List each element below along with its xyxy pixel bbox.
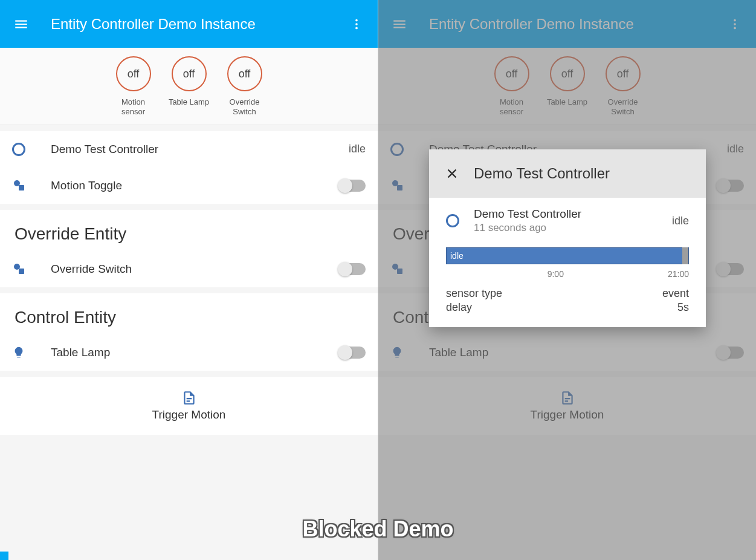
- trigger-motion-script[interactable]: Trigger Motion: [0, 377, 378, 435]
- status-card: Demo Test Controller idle Motion Toggle: [0, 131, 378, 204]
- circle-outline-icon: [12, 143, 41, 156]
- override-switch-toggle[interactable]: [339, 263, 366, 275]
- input-boolean-icon: [12, 178, 41, 193]
- svg-rect-6: [19, 269, 24, 274]
- table-lamp-toggle[interactable]: [339, 347, 366, 359]
- close-icon[interactable]: [444, 165, 460, 182]
- attr-value: 5s: [677, 301, 689, 314]
- dialog-header: Demo Test Controller: [429, 149, 706, 198]
- control-card-title: Control Entity: [0, 293, 378, 334]
- badge-table-lamp[interactable]: off Table Lamp: [168, 56, 210, 117]
- entity-dialog: Demo Test Controller Demo Test Controlle…: [429, 149, 706, 327]
- corner-marker: [0, 552, 8, 560]
- badge-label: Override Switch: [224, 97, 266, 117]
- badge-state: off: [227, 56, 262, 91]
- motion-toggle-label: Motion Toggle: [41, 179, 339, 192]
- svg-point-1: [355, 23, 358, 25]
- menu-icon[interactable]: [13, 16, 29, 32]
- motion-toggle-switch[interactable]: [339, 180, 366, 192]
- motion-toggle-row: Motion Toggle: [0, 168, 378, 204]
- circle-outline-icon: [446, 214, 474, 227]
- history-tick: 9:00: [548, 269, 564, 279]
- svg-rect-4: [19, 185, 24, 190]
- dialog-entity-state: idle: [672, 215, 689, 227]
- override-switch-label: Override Switch: [41, 262, 339, 276]
- attr-value: event: [662, 287, 689, 300]
- badge-motion-sensor[interactable]: off Motion sensor: [112, 56, 155, 117]
- svg-point-0: [355, 19, 358, 21]
- lightbulb-icon: [12, 346, 41, 359]
- table-lamp-row: Table Lamp: [0, 334, 378, 371]
- controller-name: Demo Test Controller: [41, 143, 349, 156]
- attr-label: sensor type: [446, 287, 502, 300]
- badge-label: Motion sensor: [112, 97, 155, 117]
- script-icon: [181, 390, 197, 406]
- badges-card: off Motion sensor off Table Lamp off Ove…: [0, 48, 378, 125]
- history-tick: 21:00: [668, 269, 689, 279]
- dialog-entity-row: Demo Test Controller 11 seconds ago idle: [446, 207, 689, 234]
- control-card: Control Entity Table Lamp: [0, 293, 378, 371]
- override-switch-row: Override Switch: [0, 251, 378, 287]
- controller-row[interactable]: Demo Test Controller idle: [0, 131, 378, 168]
- history-bar: idle: [446, 247, 689, 264]
- left-pane: Entity Controller Demo Instance off Moti…: [0, 0, 378, 560]
- badge-override-switch[interactable]: off Override Switch: [224, 56, 266, 117]
- input-boolean-icon: [12, 262, 41, 276]
- app-header: Entity Controller Demo Instance: [0, 0, 378, 48]
- attr-row-sensor-type: sensor type event: [446, 287, 689, 300]
- more-vert-icon[interactable]: [349, 16, 364, 32]
- history-chart: idle 9:00 21:00: [446, 247, 689, 279]
- dialog-entity-time: 11 seconds ago: [474, 222, 672, 234]
- badge-label: Table Lamp: [169, 97, 209, 107]
- svg-point-2: [355, 27, 358, 29]
- table-lamp-label: Table Lamp: [41, 346, 339, 359]
- controller-state: idle: [349, 143, 366, 155]
- badge-state: off: [172, 56, 207, 91]
- dialog-entity-name: Demo Test Controller: [474, 207, 672, 221]
- app-title: Entity Controller Demo Instance: [51, 16, 349, 33]
- attr-label: delay: [446, 301, 472, 314]
- attr-row-delay: delay 5s: [446, 301, 689, 314]
- right-pane: Entity Controller Demo Instance off Moti…: [378, 0, 756, 560]
- dialog-title: Demo Test Controller: [474, 165, 610, 182]
- script-label: Trigger Motion: [152, 408, 226, 422]
- badge-state: off: [116, 56, 151, 91]
- override-card-title: Override Entity: [0, 210, 378, 251]
- override-card: Override Entity Override Switch: [0, 210, 378, 287]
